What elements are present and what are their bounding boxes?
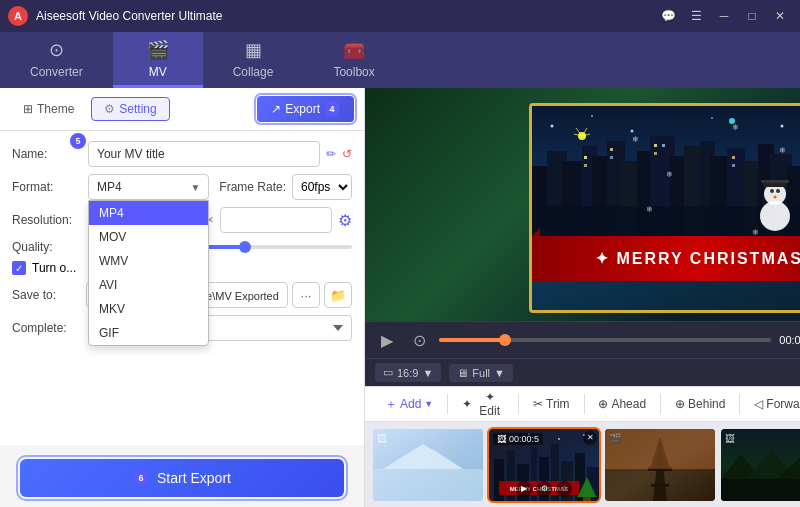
edit-icon: ✦ bbox=[462, 397, 472, 411]
svg-rect-97 bbox=[605, 429, 715, 469]
frame-rate-select[interactable]: 60fps 30fps 24fps bbox=[292, 174, 352, 200]
thumb-1-type-icon: 🖼 bbox=[377, 433, 387, 444]
quality-mode-button[interactable]: 🖥 Full ▼ bbox=[449, 364, 513, 382]
svg-point-1 bbox=[551, 125, 554, 128]
snowflake-1: ❄ bbox=[632, 135, 639, 144]
quality-dropdown-icon: ▼ bbox=[494, 367, 505, 379]
tab-collage-label: Collage bbox=[233, 65, 274, 79]
aspect-ratio-button[interactable]: ▭ 16:9 ▼ bbox=[375, 363, 441, 382]
xmas-banner: ✦ MERRY CHRISTMAS bbox=[532, 236, 800, 281]
form-area: Name: 5 ✏ ↺ Format: MP4 ▼ MP4 MOV W bbox=[0, 131, 364, 445]
tab-converter[interactable]: ⊙ Converter bbox=[0, 32, 113, 88]
start-export-left-label: Start Export bbox=[157, 470, 231, 486]
snowflake-5: ❄ bbox=[752, 228, 759, 237]
maximize-button[interactable]: □ bbox=[740, 6, 764, 26]
chat-button[interactable]: 💬 bbox=[656, 6, 680, 26]
path-more-button[interactable]: ··· bbox=[292, 282, 320, 308]
format-option-wmv[interactable]: WMV bbox=[89, 249, 208, 273]
path-folder-button[interactable]: 📁 bbox=[324, 282, 352, 308]
snowflake-3: ❄ bbox=[732, 123, 739, 132]
svg-rect-42 bbox=[610, 156, 613, 159]
start-export-left-button[interactable]: 6 Start Export bbox=[20, 459, 344, 497]
menu-button[interactable]: ☰ bbox=[684, 6, 708, 26]
thumb-2-play[interactable]: ▶ bbox=[516, 481, 532, 497]
resolution-height[interactable] bbox=[220, 207, 333, 233]
sub-tab-setting[interactable]: ⚙ Setting bbox=[91, 97, 169, 121]
add-button[interactable]: ＋ Add ▼ bbox=[375, 392, 443, 417]
format-option-mp4[interactable]: MP4 bbox=[89, 201, 208, 225]
film-thumb-3[interactable]: 🎬 bbox=[605, 429, 715, 501]
progress-bar[interactable] bbox=[439, 338, 771, 342]
forward-icon: ◁ bbox=[754, 397, 763, 411]
dropdown-arrow: ▼ bbox=[190, 182, 200, 193]
name-input[interactable] bbox=[88, 141, 320, 167]
add-label: Add bbox=[400, 397, 421, 411]
quality-label: Quality: bbox=[12, 240, 82, 254]
thumb-2-star[interactable]: ☆ bbox=[556, 481, 572, 497]
forward-button[interactable]: ◁ Forward bbox=[744, 393, 800, 415]
film-thumb-4[interactable]: 🖼 bbox=[721, 429, 800, 501]
thumb-3-img bbox=[605, 429, 715, 501]
stop-button[interactable]: ⊙ bbox=[407, 328, 431, 352]
preview-controls: ▶ ⊙ 00:00:05.00/00:00:25.00 🔊 Start Expo… bbox=[365, 321, 800, 358]
export-button[interactable]: ↗ Export 4 bbox=[257, 96, 354, 122]
snowflake-6: ❄ bbox=[779, 146, 786, 155]
behind-label: Behind bbox=[688, 397, 725, 411]
format-option-mov[interactable]: MOV bbox=[89, 225, 208, 249]
step-badge-6: 6 bbox=[133, 470, 149, 486]
thumb-2-close[interactable]: ✕ bbox=[583, 431, 597, 445]
film-thumb-2[interactable]: MERRY CHRISTMAS 🖼 00:00:5 ▶ ⚙ ☆ ✕ bbox=[489, 429, 599, 501]
edit-label: ✦ Edit bbox=[475, 390, 504, 418]
svg-point-65 bbox=[776, 189, 780, 193]
turn-on-label: Turn o... bbox=[32, 261, 76, 275]
separator-2 bbox=[518, 394, 519, 414]
quality-mode-value: Full bbox=[472, 367, 490, 379]
tab-converter-label: Converter bbox=[30, 65, 83, 79]
theme-label: Theme bbox=[37, 102, 74, 116]
play-button[interactable]: ▶ bbox=[375, 328, 399, 352]
bottom-toolbar: ＋ Add ▼ ✦ ✦ Edit ✂ Trim ⊕ Ahead ⊕ Be bbox=[365, 386, 800, 422]
format-dropdown[interactable]: MP4 ▼ bbox=[88, 174, 209, 200]
format-option-avi[interactable]: AVI bbox=[89, 273, 208, 297]
aspect-ratio-value: 16:9 bbox=[397, 367, 418, 379]
svg-point-66 bbox=[774, 196, 777, 199]
tab-toolbox[interactable]: 🧰 Toolbox bbox=[303, 32, 404, 88]
forward-label: Forward bbox=[766, 397, 800, 411]
preview-area: ✦ MERRY CHRISTMAS ❄ ❄ ❄ ❄ ❄ ❄ bbox=[365, 88, 800, 321]
app-logo: A bbox=[8, 6, 28, 26]
time-current: 00:00:05.00 bbox=[779, 334, 800, 346]
tab-mv[interactable]: 🎬 MV bbox=[113, 32, 203, 88]
setting-label: Setting bbox=[119, 102, 156, 116]
edit-button[interactable]: ✦ ✦ Edit bbox=[452, 386, 514, 422]
sub-tab-theme[interactable]: ⊞ Theme bbox=[10, 97, 87, 121]
close-button[interactable]: ✕ bbox=[768, 6, 792, 26]
thumb-3-type-icon: 🎬 bbox=[609, 433, 621, 444]
svg-point-3 bbox=[631, 130, 634, 133]
svg-rect-39 bbox=[584, 156, 587, 159]
minimize-button[interactable]: ─ bbox=[712, 6, 736, 26]
format-option-mkv[interactable]: MKV bbox=[89, 297, 208, 321]
turn-on-checkbox[interactable]: ✓ bbox=[12, 261, 26, 275]
refresh-name-icon[interactable]: ↺ bbox=[342, 147, 352, 161]
ahead-icon: ⊕ bbox=[598, 397, 608, 411]
format-option-gif[interactable]: GIF bbox=[89, 321, 208, 345]
nav-tabs: ⊙ Converter 🎬 MV ▦ Collage 🧰 Toolbox bbox=[0, 32, 800, 88]
separator-4 bbox=[660, 394, 661, 414]
edit-name-icon[interactable]: ✏ bbox=[326, 147, 336, 161]
export-label: Export bbox=[285, 102, 320, 116]
behind-button[interactable]: ⊕ Behind bbox=[665, 393, 735, 415]
format-dropdown-container: MP4 ▼ MP4 MOV WMV AVI MKV GIF bbox=[88, 174, 209, 200]
thumb-2-settings[interactable]: ⚙ bbox=[536, 481, 552, 497]
trim-button[interactable]: ✂ Trim bbox=[523, 393, 580, 415]
right-panel: ✦ MERRY CHRISTMAS ❄ ❄ ❄ ❄ ❄ ❄ ▶ ⊙ 00:00:… bbox=[365, 88, 800, 507]
snowflake-2: ❄ bbox=[666, 170, 673, 179]
tab-collage[interactable]: ▦ Collage bbox=[203, 32, 304, 88]
snowman-svg bbox=[753, 156, 798, 236]
aspect-ratio-icon: ▭ bbox=[383, 366, 393, 379]
film-thumb-1[interactable]: 🖼 bbox=[373, 429, 483, 501]
ahead-button[interactable]: ⊕ Ahead bbox=[588, 393, 656, 415]
gear-icon: ⚙ bbox=[104, 102, 115, 116]
resolution-settings-icon[interactable]: ⚙ bbox=[338, 211, 352, 230]
svg-rect-41 bbox=[610, 148, 613, 151]
converter-icon: ⊙ bbox=[49, 39, 64, 61]
